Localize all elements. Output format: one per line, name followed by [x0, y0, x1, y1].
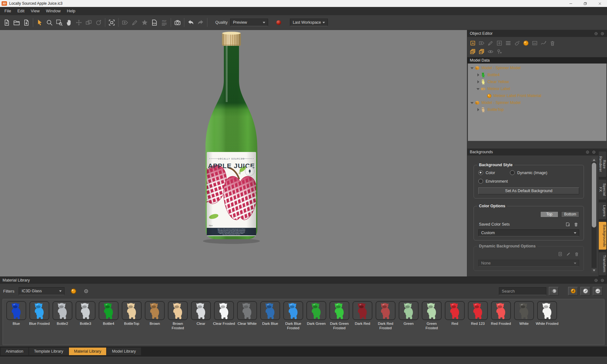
add-dynamic-background-icon[interactable] [558, 252, 563, 257]
side-tab-backgrounds[interactable]: Backgrounds [599, 221, 607, 250]
material-thumbnail[interactable] [99, 301, 119, 320]
bottom-color-button[interactable]: Bottom [561, 211, 579, 217]
radio-dynamic-image[interactable]: Dynamic (Image) [510, 170, 547, 175]
open-folder-button[interactable] [12, 17, 21, 28]
restore-button[interactable] [578, 0, 592, 7]
material-thumbnail[interactable] [76, 301, 95, 320]
bottom-tab-template-library[interactable]: Template Library [29, 348, 68, 355]
material-dark-blue-frosted[interactable]: Dark Blue Frosted [282, 301, 305, 345]
move-arrows-button[interactable] [74, 17, 84, 28]
material-brown[interactable]: Brown [143, 301, 166, 345]
pdf-export-button[interactable]: PDF [150, 17, 159, 28]
material-bottle4[interactable]: Bottle4 [97, 301, 120, 345]
tree-expander-icon[interactable] [476, 80, 480, 84]
tree-item-meteor-label[interactable]: Meteor Label [468, 85, 606, 92]
material-thumbnail[interactable] [260, 301, 280, 320]
tree-expander-icon[interactable] [470, 101, 474, 105]
add-pentagon-button[interactable] [120, 17, 130, 28]
filter-sphere-off-icon[interactable] [82, 287, 90, 295]
new-document-button[interactable] [2, 17, 12, 28]
tree-item-meteor-label-front-material[interactable]: Meteor Label Front Material [468, 92, 606, 99]
text-frame-tool[interactable]: A [469, 40, 476, 46]
delete-color-set-icon[interactable] [573, 222, 579, 227]
tree-item-model-spinner-model[interactable]: Model - Spinner Model [468, 99, 606, 106]
material-dark-green[interactable]: Dark Green [305, 301, 328, 345]
material-dark-blue[interactable]: Dark Blue [259, 301, 282, 345]
frame-plus-tool[interactable] [496, 40, 503, 46]
curve-pencil-tool[interactable] [540, 40, 547, 46]
bottom-tab-animation[interactable]: Animation [1, 348, 28, 355]
tree-item-bottletop[interactable]: BottleTop [468, 106, 606, 113]
pan-hand-button[interactable] [64, 17, 74, 28]
saved-color-sets-dropdown[interactable]: Custom [478, 229, 579, 236]
filter-dropdown[interactable]: IC3D Glass [19, 287, 64, 295]
material-thumbnail[interactable] [52, 301, 72, 320]
delete-dynamic-background-icon[interactable] [574, 252, 579, 257]
material-green-frosted[interactable]: Green Frosted [420, 301, 443, 345]
material-thumbnail[interactable] [376, 301, 395, 320]
zoom-region-button[interactable] [54, 17, 64, 28]
edit-dynamic-background-icon[interactable] [566, 252, 571, 257]
material-green[interactable]: Green [397, 301, 420, 345]
menu-item-help[interactable]: Help [64, 7, 79, 15]
workspace-dropdown[interactable]: Last Workspace [290, 19, 328, 26]
side-tab-layers[interactable]: Layers [599, 202, 607, 220]
swap-view-button[interactable] [84, 17, 94, 28]
tree-item-clear-yellow[interactable]: Clear Yellow [468, 78, 606, 85]
tree-expander-icon[interactable] [476, 73, 480, 77]
material-thumbnail[interactable] [237, 301, 257, 320]
tree-expander-icon[interactable] [470, 66, 474, 70]
material-thumbnail[interactable] [306, 301, 326, 320]
material-thumbnail[interactable] [283, 301, 303, 320]
material-sphere-tool[interactable] [523, 40, 529, 46]
menu-item-file[interactable]: File [1, 7, 14, 15]
material-clear-frosted[interactable]: Clear Frosted [212, 301, 236, 345]
side-tab-transform[interactable]: Transform [599, 252, 607, 276]
edit-material-button[interactable] [580, 287, 590, 295]
eraser-tool[interactable] [514, 40, 520, 46]
panel-pin-icon[interactable] [594, 278, 598, 282]
menu-item-window[interactable]: Window [43, 7, 64, 15]
material-thumbnail[interactable] [168, 301, 188, 320]
duplicate-minus-tool[interactable] [478, 48, 485, 55]
trash-tool[interactable] [549, 40, 556, 46]
material-dark-green-frosted[interactable]: Dark Green Frosted [328, 301, 351, 345]
panel-close-icon[interactable] [592, 150, 596, 154]
material-brown-frosted[interactable]: Brown Frosted [166, 301, 189, 345]
search-input[interactable] [499, 287, 546, 295]
radio-color[interactable]: Color [478, 170, 510, 175]
material-thumbnail[interactable] [214, 301, 234, 320]
radio-environment[interactable]: Environment [478, 179, 508, 184]
remove-material-button[interactable] [593, 287, 603, 295]
radio-circle-icon[interactable] [478, 179, 483, 184]
material-thumbnail[interactable] [514, 301, 534, 320]
side-tab-raze-renderer[interactable]: Raze Renderer [599, 151, 607, 177]
viewport-3d[interactable]: LOCALLY SOURCED APPLE JUICE 2024 750ml [0, 30, 467, 276]
orbit-rotate-button[interactable] [94, 17, 103, 28]
fit-view-button[interactable] [107, 17, 117, 28]
material-clear-white[interactable]: Clear White [236, 301, 259, 345]
menu-item-edit[interactable]: Edit [14, 7, 28, 15]
material-thumbnail[interactable] [399, 301, 419, 320]
dynamic-background-dropdown[interactable]: None [478, 260, 579, 267]
material-thumbnail[interactable] [122, 301, 142, 320]
tree-expander-icon[interactable] [476, 87, 480, 91]
panel-pin-icon[interactable] [594, 32, 598, 36]
material-red-123[interactable]: Red 123 [466, 301, 489, 345]
add-material-button[interactable] [568, 287, 578, 295]
edit-pencil-button[interactable] [130, 17, 140, 28]
redo-button[interactable] [196, 17, 205, 28]
material-blue-frosted[interactable]: Blue Frosted [28, 301, 51, 345]
material-bottletop[interactable]: BottleTop [120, 301, 143, 345]
backgrounds-scrollbar[interactable] [592, 157, 597, 273]
import-file-button[interactable] [21, 17, 31, 28]
snapshot-camera-button[interactable] [173, 17, 182, 28]
pin-add-tool[interactable] [496, 48, 503, 55]
uv-frame-tool[interactable]: UV [531, 40, 538, 46]
minimize-button[interactable] [563, 0, 578, 7]
material-red[interactable]: Red [443, 301, 466, 345]
scroll-up-button[interactable] [592, 157, 597, 162]
side-tab-special-fx[interactable]: Special FX [599, 179, 607, 200]
material-red-frosted[interactable]: Red Frosted [489, 301, 512, 345]
material-thumbnail[interactable] [145, 301, 165, 320]
